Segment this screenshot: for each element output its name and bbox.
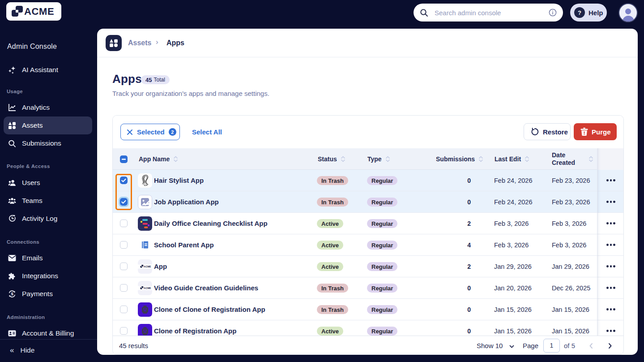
- svg-text:$: $: [11, 291, 13, 296]
- svg-text:ACME: ACME: [144, 265, 151, 268]
- svg-text:ACME: ACME: [144, 287, 151, 289]
